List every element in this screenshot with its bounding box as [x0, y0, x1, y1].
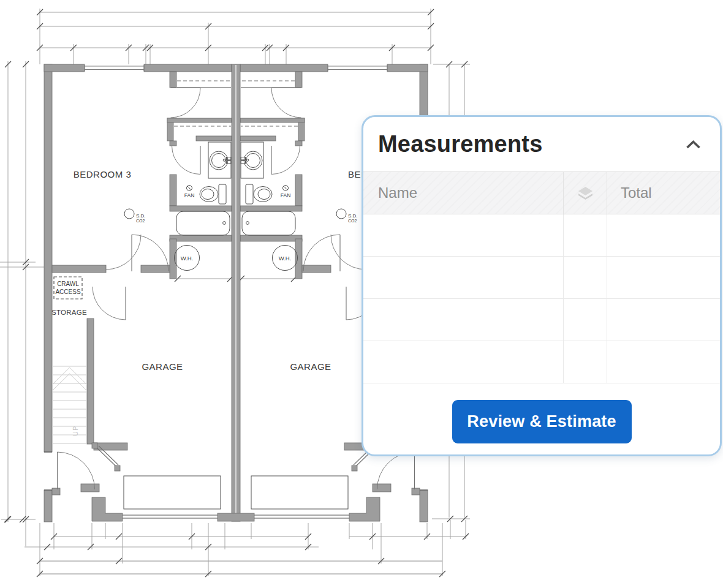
garage-door-panel	[124, 476, 221, 509]
fan-label-right: FAN	[281, 192, 291, 198]
table-cell-total	[607, 299, 720, 341]
stairs-up-label: UP	[72, 426, 79, 436]
table-cell-total	[607, 214, 720, 256]
column-header-name[interactable]: Name	[363, 172, 564, 214]
app-stage: BEDROOM 3 BEDROOM 3 GARAGE GARAGE STORAG…	[0, 0, 723, 588]
crawl-access-label-2: ACCESS	[55, 288, 80, 295]
chevron-up-icon	[685, 139, 702, 150]
panel-header: Measurements	[363, 117, 720, 172]
bathtub	[176, 211, 230, 235]
stairs	[52, 366, 87, 443]
collapse-panel-button[interactable]	[685, 139, 702, 150]
table-cell-name	[363, 257, 564, 298]
room-label-storage: STORAGE	[51, 309, 87, 316]
wall-bottom-jog	[92, 497, 123, 521]
table-cell-total	[607, 341, 720, 383]
table-cell-icon	[564, 257, 607, 298]
review-estimate-button[interactable]: Review & Estimate	[452, 400, 632, 443]
room-label-bedroom3-left: BEDROOM 3	[74, 169, 132, 179]
room-label-garage-left: GARAGE	[142, 361, 183, 372]
table-row	[363, 341, 720, 383]
measurements-panel: Measurements Name Total Review & Estimat…	[362, 115, 722, 456]
party-wall	[218, 64, 254, 521]
table-cell-name	[363, 299, 564, 341]
table-cell-icon	[564, 299, 607, 341]
table-row	[363, 299, 720, 341]
table-cell-name	[363, 341, 564, 383]
panel-title: Measurements	[378, 131, 543, 157]
room-label-garage-right: GARAGE	[290, 361, 331, 372]
column-header-total[interactable]: Total	[607, 172, 720, 214]
layers-icon	[577, 186, 594, 200]
water-heater-label-left: W.H.	[181, 255, 194, 262]
toilet-tank	[219, 184, 226, 204]
column-header-layers[interactable]	[564, 172, 607, 214]
crawl-access-label-1: CRAWL	[57, 281, 79, 287]
panel-footer: Review & Estimate	[363, 383, 720, 443]
table-row	[363, 257, 720, 299]
water-heater-label-right: W.H.	[279, 255, 292, 262]
fan-label-left: FAN	[184, 192, 195, 198]
table-header-row: Name Total	[363, 172, 720, 214]
co2-label-left: CO2	[136, 219, 145, 223]
table-row	[363, 214, 720, 257]
table-cell-icon	[564, 214, 607, 256]
window	[85, 65, 144, 71]
co2-label-right: CO2	[348, 219, 357, 223]
smoke-detector-label-left: S.D.	[136, 213, 146, 219]
smoke-detector-label-right: S.D.	[348, 213, 358, 219]
table-cell-name	[363, 214, 564, 256]
table-body	[363, 214, 720, 383]
table-cell-total	[607, 257, 720, 298]
table-cell-icon	[564, 341, 607, 383]
